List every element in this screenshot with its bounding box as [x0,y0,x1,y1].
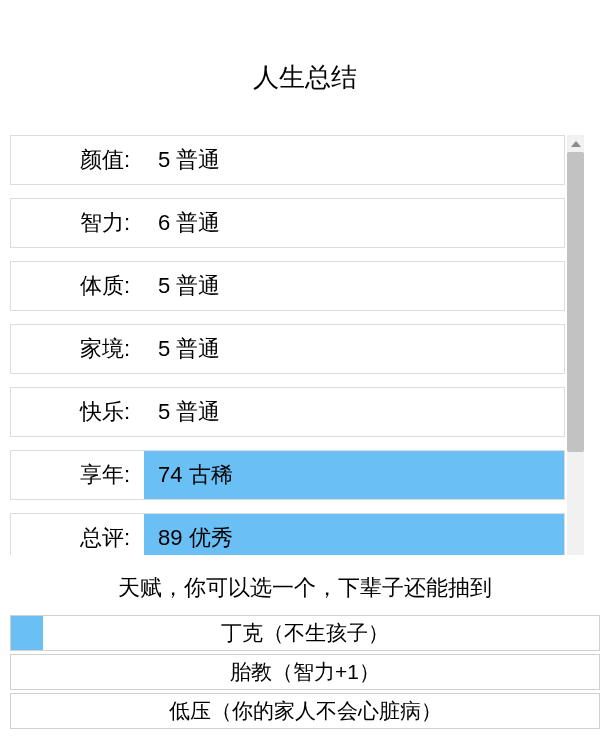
talent-list: 丁克（不生孩子）胎教（智力+1）低压（你的家人不会心脏病） [10,615,600,729]
stats-scroll-area: 颜值:5 普通智力:6 普通体质:5 普通家境:5 普通快乐:5 普通享年:74… [10,135,584,555]
stat-label: 体质: [11,262,144,310]
stat-label: 智力: [11,199,144,247]
stat-label: 颜值: [11,136,144,184]
stat-value: 5 普通 [144,388,564,436]
stat-value: 5 普通 [144,262,564,310]
talent-text: 丁克（不生孩子） [221,619,389,647]
svg-marker-0 [571,141,581,147]
page-title: 人生总结 [0,60,610,95]
stat-value: 74 古稀 [144,451,564,499]
stat-row: 快乐:5 普通 [10,387,565,437]
chevron-up-icon [571,141,581,147]
stat-row: 体质:5 普通 [10,261,565,311]
talent-text: 低压（你的家人不会心脏病） [169,697,442,725]
talent-heading: 天赋，你可以选一个，下辈子还能抽到 [10,573,600,603]
stat-label: 享年: [11,451,144,499]
stat-row: 颜值:5 普通 [10,135,565,185]
stat-row: 享年:74 古稀 [10,450,565,500]
stat-value: 6 普通 [144,199,564,247]
talent-text: 胎教（智力+1） [230,658,380,686]
stat-label: 总评: [11,514,144,555]
stat-row: 家境:5 普通 [10,324,565,374]
talent-item[interactable]: 丁克（不生孩子） [10,615,600,651]
stat-value: 5 普通 [144,136,564,184]
scrollbar[interactable] [567,135,584,555]
stat-row: 智力:6 普通 [10,198,565,248]
stats-list: 颜值:5 普通智力:6 普通体质:5 普通家境:5 普通快乐:5 普通享年:74… [10,135,565,555]
life-summary-page: 人生总结 颜值:5 普通智力:6 普通体质:5 普通家境:5 普通快乐:5 普通… [0,0,610,746]
talent-selected-indicator [11,616,43,650]
talent-item[interactable]: 低压（你的家人不会心脏病） [10,693,600,729]
stat-label: 家境: [11,325,144,373]
talent-section: 天赋，你可以选一个，下辈子还能抽到 丁克（不生孩子）胎教（智力+1）低压（你的家… [10,573,600,729]
stat-row: 总评:89 优秀 [10,513,565,555]
talent-item[interactable]: 胎教（智力+1） [10,654,600,690]
stat-value: 5 普通 [144,325,564,373]
stat-label: 快乐: [11,388,144,436]
scroll-up-button[interactable] [567,135,584,152]
stat-value: 89 优秀 [144,514,564,555]
scroll-thumb[interactable] [567,152,584,452]
